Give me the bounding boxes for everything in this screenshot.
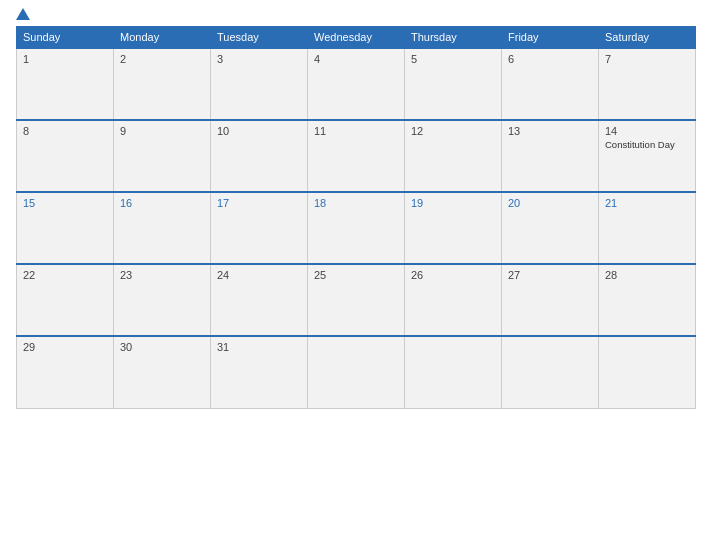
day-header-sunday: Sunday	[17, 27, 114, 49]
calendar-cell: 9	[114, 120, 211, 192]
calendar-cell: 29	[17, 336, 114, 408]
day-number: 6	[508, 53, 514, 65]
calendar-cell	[405, 336, 502, 408]
day-header-wednesday: Wednesday	[308, 27, 405, 49]
day-number: 31	[217, 341, 229, 353]
day-number: 28	[605, 269, 617, 281]
day-number: 24	[217, 269, 229, 281]
day-header-monday: Monday	[114, 27, 211, 49]
calendar-cell: 14Constitution Day	[599, 120, 696, 192]
logo-blue-text	[16, 10, 32, 20]
day-number: 15	[23, 197, 35, 209]
calendar-page: SundayMondayTuesdayWednesdayThursdayFrid…	[0, 0, 712, 550]
day-number: 13	[508, 125, 520, 137]
day-number: 17	[217, 197, 229, 209]
day-number: 11	[314, 125, 326, 137]
day-header-tuesday: Tuesday	[211, 27, 308, 49]
day-number: 29	[23, 341, 35, 353]
calendar-cell: 20	[502, 192, 599, 264]
calendar-cell: 31	[211, 336, 308, 408]
calendar-cell: 13	[502, 120, 599, 192]
calendar-cell: 3	[211, 48, 308, 120]
logo-triangle-icon	[16, 8, 30, 20]
calendar-cell: 11	[308, 120, 405, 192]
calendar-cell: 19	[405, 192, 502, 264]
calendar-header	[16, 10, 696, 20]
day-number: 2	[120, 53, 126, 65]
day-number: 9	[120, 125, 126, 137]
calendar-cell: 6	[502, 48, 599, 120]
calendar-cell: 21	[599, 192, 696, 264]
calendar-cell: 2	[114, 48, 211, 120]
day-number: 23	[120, 269, 132, 281]
calendar-cell: 1	[17, 48, 114, 120]
calendar-cell	[502, 336, 599, 408]
calendar-cell: 15	[17, 192, 114, 264]
day-number: 20	[508, 197, 520, 209]
day-number: 25	[314, 269, 326, 281]
calendar-cell: 16	[114, 192, 211, 264]
calendar-cell: 10	[211, 120, 308, 192]
day-header-thursday: Thursday	[405, 27, 502, 49]
calendar-cell: 22	[17, 264, 114, 336]
day-number: 22	[23, 269, 35, 281]
day-number: 21	[605, 197, 617, 209]
calendar-cell: 30	[114, 336, 211, 408]
day-number: 18	[314, 197, 326, 209]
calendar-cell: 17	[211, 192, 308, 264]
day-number: 5	[411, 53, 417, 65]
day-number: 8	[23, 125, 29, 137]
logo	[16, 10, 32, 20]
calendar-cell: 24	[211, 264, 308, 336]
calendar-week-row: 891011121314Constitution Day	[17, 120, 696, 192]
calendar-cell: 25	[308, 264, 405, 336]
day-header-saturday: Saturday	[599, 27, 696, 49]
calendar-cell: 4	[308, 48, 405, 120]
calendar-cell: 7	[599, 48, 696, 120]
calendar-week-row: 1234567	[17, 48, 696, 120]
calendar-header-row: SundayMondayTuesdayWednesdayThursdayFrid…	[17, 27, 696, 49]
day-number: 16	[120, 197, 132, 209]
day-number: 7	[605, 53, 611, 65]
calendar-cell	[599, 336, 696, 408]
calendar-table: SundayMondayTuesdayWednesdayThursdayFrid…	[16, 26, 696, 409]
day-header-friday: Friday	[502, 27, 599, 49]
day-number: 30	[120, 341, 132, 353]
calendar-week-row: 22232425262728	[17, 264, 696, 336]
calendar-cell: 18	[308, 192, 405, 264]
day-number: 12	[411, 125, 423, 137]
calendar-cell: 8	[17, 120, 114, 192]
calendar-cell: 5	[405, 48, 502, 120]
day-number: 27	[508, 269, 520, 281]
day-number: 1	[23, 53, 29, 65]
calendar-cell: 28	[599, 264, 696, 336]
day-number: 10	[217, 125, 229, 137]
day-number: 3	[217, 53, 223, 65]
calendar-week-row: 293031	[17, 336, 696, 408]
day-number: 19	[411, 197, 423, 209]
event-label: Constitution Day	[605, 139, 689, 150]
day-number: 14	[605, 125, 617, 137]
calendar-cell: 26	[405, 264, 502, 336]
day-number: 4	[314, 53, 320, 65]
calendar-week-row: 15161718192021	[17, 192, 696, 264]
calendar-cell: 12	[405, 120, 502, 192]
day-number: 26	[411, 269, 423, 281]
calendar-cell	[308, 336, 405, 408]
calendar-cell: 27	[502, 264, 599, 336]
calendar-cell: 23	[114, 264, 211, 336]
